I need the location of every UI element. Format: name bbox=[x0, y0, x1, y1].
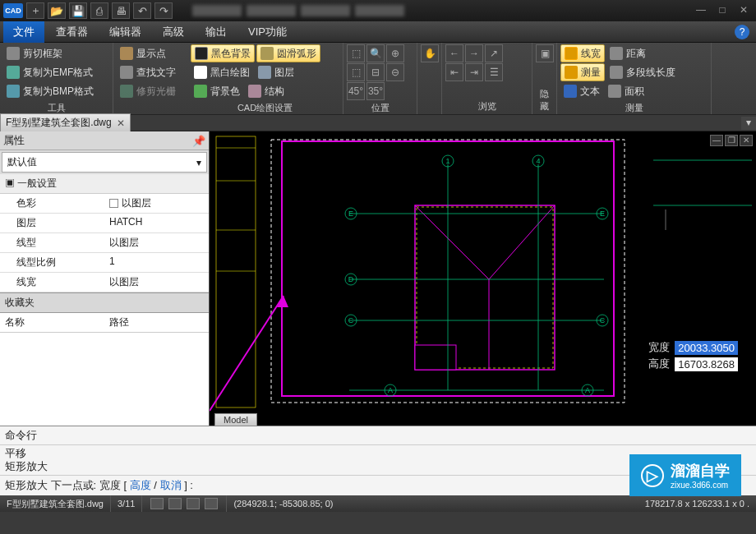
svg-text:E: E bbox=[348, 209, 353, 218]
pos-btn-8[interactable]: 35° bbox=[366, 82, 385, 100]
polylength-button[interactable]: 多段线长度 bbox=[606, 63, 679, 81]
svg-line-9 bbox=[415, 205, 489, 279]
nav-list[interactable]: ☰ bbox=[485, 63, 503, 81]
panel-title-browse: 浏览 bbox=[445, 99, 528, 114]
default-dropdown[interactable]: 默认值 ▾ bbox=[2, 152, 207, 173]
close-icon[interactable]: ✕ bbox=[735, 4, 753, 17]
find-text-button[interactable]: 查找文字 bbox=[117, 63, 184, 81]
pos-btn-3[interactable]: ⊕ bbox=[386, 44, 404, 62]
cmd-link-cancel[interactable]: 取消 bbox=[160, 479, 182, 491]
tab-file[interactable]: 文件 bbox=[3, 21, 44, 43]
save-icon[interactable]: 💾 bbox=[69, 2, 87, 19]
status-icon-3[interactable] bbox=[187, 498, 200, 509]
maximize-icon[interactable]: □ bbox=[713, 4, 731, 17]
svg-rect-12 bbox=[415, 345, 456, 370]
area-icon bbox=[608, 85, 621, 98]
prop-section-general[interactable]: ▣ 一般设置 bbox=[0, 174, 209, 194]
distance-button[interactable]: 距离 bbox=[606, 44, 649, 62]
svg-text:C: C bbox=[348, 316, 354, 325]
model-tab[interactable]: Model bbox=[214, 413, 257, 426]
title-blur bbox=[176, 5, 689, 16]
pan-button[interactable]: ✋ bbox=[421, 44, 439, 62]
nav-right[interactable]: → bbox=[465, 44, 483, 62]
bw-draw-button[interactable]: 黑白绘图 bbox=[191, 63, 253, 81]
pos-btn-7[interactable]: 45° bbox=[347, 82, 365, 100]
nav-last[interactable]: ⇥ bbox=[465, 63, 483, 81]
status-icon-2[interactable] bbox=[168, 498, 182, 509]
text-icon bbox=[564, 85, 577, 98]
open-icon[interactable]: 📂 bbox=[48, 2, 66, 19]
new-icon[interactable]: ＋ bbox=[26, 2, 44, 19]
dim-height-input[interactable]: 16703.8268 bbox=[675, 357, 738, 371]
titlebar: CAD ＋ 📂 💾 ⎙ 🖶 ↶ ↷ — □ ✕ bbox=[0, 0, 756, 21]
prop-row-lscale[interactable]: 线型比例1 bbox=[0, 253, 209, 273]
pos-btn-5[interactable]: ⊟ bbox=[366, 63, 385, 81]
smooth-arc-button[interactable]: 圆滑弧形 bbox=[256, 44, 320, 62]
nav-left[interactable]: ← bbox=[445, 44, 463, 62]
search-icon bbox=[120, 66, 133, 79]
tab-vip[interactable]: VIP功能 bbox=[238, 21, 297, 43]
bgcolor-button[interactable]: 背景色 bbox=[191, 82, 243, 100]
prop-row-layer[interactable]: 图层HATCH bbox=[0, 214, 209, 233]
hide-button[interactable]: ▣ bbox=[536, 44, 554, 62]
tab-viewer[interactable]: 查看器 bbox=[46, 21, 98, 43]
copy-emf-button[interactable]: 复制为EMF格式 bbox=[3, 63, 109, 81]
tab-editor[interactable]: 编辑器 bbox=[99, 21, 151, 43]
fav-col-name[interactable]: 名称 bbox=[0, 313, 104, 332]
pos-btn-1[interactable]: ⬚ bbox=[347, 44, 365, 62]
measure-button[interactable]: 测量 bbox=[560, 63, 605, 81]
pos-btn-4[interactable]: ⬚ bbox=[347, 63, 365, 81]
area-button[interactable]: 面积 bbox=[605, 82, 648, 100]
trim-raster-button[interactable]: 修剪光栅 bbox=[117, 82, 184, 100]
panel-title-cad: CAD绘图设置 bbox=[191, 100, 339, 116]
svg-rect-0 bbox=[216, 136, 256, 407]
prop-row-ltype[interactable]: 线型以图层 bbox=[0, 233, 209, 253]
main-area: 属性 📌 默认值 ▾ ▣ 一般设置 色彩以图层 图层HATCH 线型以图层 线型… bbox=[0, 131, 756, 426]
help-icon[interactable]: ? bbox=[735, 25, 749, 39]
drawing-canvas[interactable]: — ❐ ✕ bbox=[210, 131, 756, 426]
copy-bmp-button[interactable]: 复制为BMP格式 bbox=[3, 82, 109, 100]
file-tab-close-icon[interactable]: ✕ bbox=[117, 117, 125, 129]
dim-width-input[interactable]: 20033.3050 bbox=[675, 341, 738, 355]
tab-advanced[interactable]: 高级 bbox=[153, 21, 194, 43]
status-icon-1[interactable] bbox=[150, 498, 164, 509]
command-prompt[interactable]: 矩形放大 下一点或: 宽度 [ 高度 / 取消 ] : bbox=[0, 475, 756, 495]
file-tab[interactable]: F型别墅建筑全套图.dwg ✕ bbox=[0, 113, 131, 132]
redo-icon[interactable]: ↷ bbox=[154, 2, 173, 19]
black-bg-button[interactable]: 黑色背景 bbox=[191, 44, 255, 62]
properties-grid: ▣ 一般设置 色彩以图层 图层HATCH 线型以图层 线型比例1 线宽以图层 bbox=[0, 174, 209, 292]
panel-title-hide: 隐藏 bbox=[536, 86, 553, 114]
tab-output[interactable]: 输出 bbox=[196, 21, 237, 43]
tab-overflow-icon[interactable]: ▾ bbox=[741, 117, 756, 130]
pos-btn-2[interactable]: 🔍 bbox=[366, 44, 385, 62]
svg-rect-8 bbox=[417, 207, 553, 368]
pos-btn-6[interactable]: ⊖ bbox=[386, 63, 404, 81]
ribbon: 剪切框架 复制为EMF格式 复制为BMP格式 工具 显示点 查找文字 修剪光栅 … bbox=[0, 43, 756, 115]
layer-icon bbox=[258, 66, 271, 79]
print-icon[interactable]: 🖶 bbox=[112, 2, 130, 19]
minimize-icon[interactable]: — bbox=[692, 4, 710, 17]
saveas-icon[interactable]: ⎙ bbox=[90, 2, 108, 19]
nav-ext[interactable]: ↗ bbox=[485, 44, 503, 62]
properties-panel: 属性 📌 默认值 ▾ ▣ 一般设置 色彩以图层 图层HATCH 线型以图层 线型… bbox=[0, 131, 210, 426]
prop-row-color[interactable]: 色彩以图层 bbox=[0, 194, 209, 214]
dimension-box: 宽度20033.3050 高度16703.8268 bbox=[645, 335, 741, 376]
fav-col-path[interactable]: 路径 bbox=[104, 313, 209, 332]
layer-button[interactable]: 图层 bbox=[255, 63, 297, 81]
status-icon-4[interactable] bbox=[205, 498, 218, 509]
undo-icon[interactable]: ↶ bbox=[133, 2, 151, 19]
clip-frame-button[interactable]: 剪切框架 bbox=[3, 44, 109, 62]
nav-first[interactable]: ⇤ bbox=[445, 63, 463, 81]
favorites-header: 收藏夹 bbox=[0, 292, 209, 313]
show-points-button[interactable]: 显示点 bbox=[117, 44, 184, 62]
status-page: 3/11 bbox=[111, 495, 142, 512]
prop-row-lwid[interactable]: 线宽以图层 bbox=[0, 273, 209, 292]
poly-icon bbox=[610, 66, 623, 79]
linewidth-button[interactable]: 线宽 bbox=[560, 44, 605, 62]
dim-width-label: 宽度 bbox=[648, 340, 670, 355]
struct-button[interactable]: 结构 bbox=[245, 82, 288, 100]
cmd-link-height[interactable]: 高度 bbox=[130, 479, 151, 491]
status-extents: 178217.8 x 126233.1 x 0 . bbox=[638, 499, 756, 509]
text-button[interactable]: 文本 bbox=[560, 82, 603, 100]
pin-icon[interactable]: 📌 bbox=[192, 135, 205, 147]
